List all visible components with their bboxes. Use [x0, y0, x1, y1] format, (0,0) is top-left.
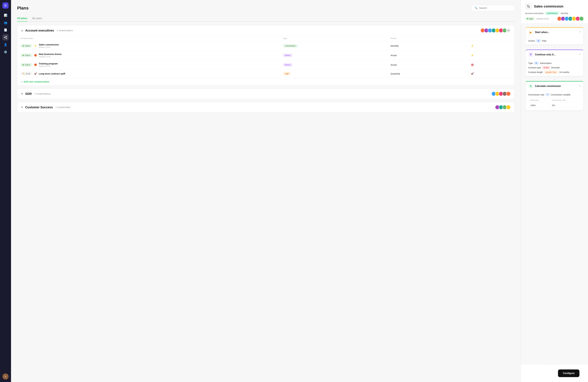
svg-point-10 — [530, 85, 530, 86]
condition-operator: greater than — [544, 70, 558, 74]
group-name: SDR — [25, 92, 32, 96]
col-type: Type — [280, 36, 388, 41]
condition-value: 24 months — [559, 71, 569, 74]
flow-condition-contract-length: Contract length greater than 24 months — [528, 70, 581, 74]
sidebar-item-settings[interactable]: ⚙️ — [2, 49, 9, 55]
group-count: 3 compensations — [57, 29, 73, 32]
table-row[interactable]: Active 🎁 New business bonus Started 1/1/… — [17, 51, 514, 60]
group-header-account-executives[interactable]: ▲ Account executives 3 compensations +5 — [17, 25, 514, 36]
flow-condition: Invoice is Paid — [528, 39, 581, 42]
help-icon[interactable]: ? — [579, 53, 581, 56]
flow-card-start-header: ▶ Start when... ? — [525, 28, 583, 37]
svg-point-7 — [529, 7, 530, 8]
comp-status-name: ✏️ Draft 🚀 Long term contract spiff — [17, 70, 280, 78]
group-header-sdr[interactable]: ▼ SDR 2 compensations — [17, 89, 514, 99]
rp-tag-type: commission — [545, 12, 559, 15]
sidebar-item-dashboard[interactable]: 📊 — [2, 12, 9, 18]
search-box[interactable]: 🔍 — [472, 5, 514, 11]
rp-tag-group: Account executives — [525, 12, 544, 15]
flow-card-start-title: Start when... — [535, 31, 577, 34]
commission-formula: Commission rate * Commission variable — [528, 93, 581, 96]
table-row[interactable]: Active 🎁 Training program Started 1/1/24 — [17, 60, 514, 70]
sidebar-item-documents[interactable]: 📄 — [2, 27, 9, 33]
filter-icon — [528, 52, 533, 57]
type-badge-commission: commission — [283, 44, 298, 48]
rp-started: Started 1/1/24 — [536, 18, 549, 20]
sidebar-item-connections[interactable] — [2, 34, 9, 40]
right-panel: Sales commission Account executives comm… — [521, 0, 588, 382]
configure-button[interactable]: Configure — [558, 369, 579, 377]
commission-rate-table: Attainment Commission rate <35% 2% — [528, 98, 581, 108]
table-row[interactable]: ✏️ Draft 🚀 Long term contract spiff spif… — [17, 70, 514, 78]
comp-name: New business bonus — [39, 53, 62, 55]
comp-period: Monthly — [388, 41, 468, 51]
svg-point-0 — [6, 36, 7, 37]
status-badge-active: Active — [20, 63, 32, 67]
group-header-customer-success[interactable]: ▼ Customer Success 1 compensation — [17, 102, 514, 112]
rp-icon — [525, 3, 532, 10]
svg-marker-8 — [530, 54, 532, 56]
comp-actions: 🚀 — [468, 70, 514, 78]
condition-operator: is — [536, 39, 541, 42]
sidebar-logo[interactable]: D — [2, 2, 9, 9]
flow-card-continue[interactable]: Continue only if... ? Type is Subscripti… — [525, 50, 584, 76]
compensation-table: Compensation Type Period Activ — [17, 36, 514, 78]
comp-name: Sales commission — [39, 43, 59, 46]
comp-started: Started 1/1/24 — [39, 46, 59, 48]
col-commission-rate: Commission rate — [550, 98, 581, 103]
group-avatars: +5 — [480, 28, 511, 33]
avatar[interactable]: A — [2, 373, 9, 380]
comp-icon: 🎁 — [34, 63, 37, 66]
add-compensation-button[interactable]: + Add new compensation — [17, 78, 514, 85]
rp-avatars — [557, 16, 584, 21]
search-input[interactable] — [479, 7, 512, 9]
svg-line-9 — [530, 85, 531, 87]
status-badge-draft: ✏️ Draft — [20, 72, 32, 76]
help-icon[interactable]: ? — [579, 31, 581, 34]
status-badge-active: Active — [20, 44, 32, 48]
type-badge-bonus: bonus — [283, 54, 293, 57]
avatar — [579, 16, 584, 21]
group-name: Customer Success — [25, 106, 53, 109]
svg-point-6 — [527, 5, 528, 6]
formula-left: Commission rate — [528, 94, 544, 96]
condition-label: Contract length — [528, 71, 543, 74]
flow-card-continue-body: Type is Subscription Contract type is no… — [525, 59, 583, 76]
help-icon[interactable]: ? — [579, 85, 581, 88]
avatar-overflow: +5 — [506, 28, 511, 33]
sidebar-item-people[interactable]: 👥 — [2, 19, 9, 26]
flow-card-calc-title: Calculate commission — [535, 85, 577, 88]
tab-all-plans[interactable]: All plans — [17, 16, 27, 21]
rp-tag-period: Monthly — [561, 12, 568, 15]
condition-operator: is — [534, 61, 539, 65]
formula-op: * — [546, 93, 549, 96]
flow-condition-type: Type is Subscription — [528, 61, 581, 65]
col-attainment: Attainment — [528, 98, 550, 103]
flow-card-calc[interactable]: Calculate commission ? Commission rate *… — [525, 81, 584, 111]
attainment-value: <35% — [528, 103, 550, 108]
svg-line-4 — [5, 37, 6, 37]
plans-panel: Plans 🔍 All plans My plans ▲ Account exe… — [11, 0, 521, 382]
sidebar-item-users[interactable]: 👤 — [2, 42, 9, 48]
group-avatars — [491, 92, 511, 96]
flow-card-start[interactable]: ▶ Start when... ? Invoice is Paid — [525, 27, 584, 45]
comp-period: Anual — [388, 51, 468, 60]
comp-icon: 🎁 — [34, 54, 37, 57]
flow-card-calc-body: Commission rate * Commission variable At… — [525, 91, 583, 110]
chevron-down-icon: ▼ — [21, 106, 23, 109]
search-icon: 🔍 — [475, 7, 478, 9]
live-badge: Live — [525, 17, 535, 20]
flow-arrow: ↓ — [554, 45, 555, 50]
flow-card-start-body: Invoice is Paid — [525, 37, 583, 44]
comp-actions: ⚡ — [468, 41, 514, 51]
table-row[interactable]: Active ⚡ Sales commission Started 1/1/24… — [17, 41, 514, 51]
svg-point-1 — [4, 37, 5, 38]
tab-my-plans[interactable]: My plans — [32, 16, 42, 21]
rp-status-row: Live Started 1/1/24 — [525, 16, 584, 21]
flow-condition-contract-type: Contract type is not Renewal — [528, 66, 581, 69]
status-dot — [22, 45, 24, 46]
type-badge-bonus: bonus — [283, 63, 293, 67]
col-compensation: Compensation — [17, 36, 280, 41]
avatar — [506, 92, 511, 96]
comp-type: spiff — [280, 70, 388, 78]
